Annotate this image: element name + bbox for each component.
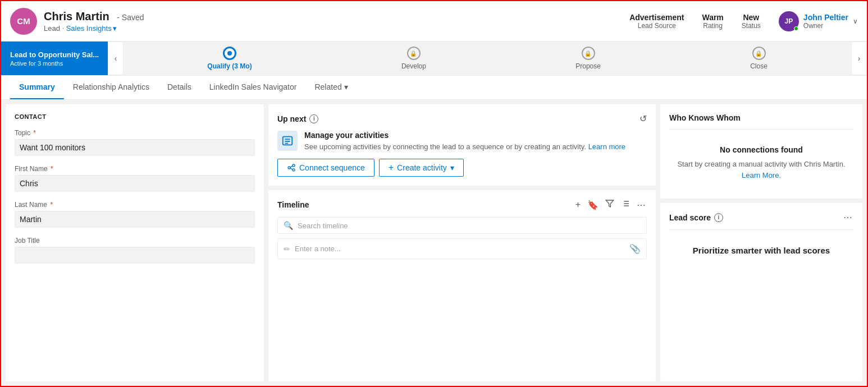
lead-score-header: Lead score i ⋯ [669, 212, 853, 230]
chevron-down-icon: ▾ [113, 24, 117, 33]
topic-label: Topic * [15, 129, 255, 137]
svg-marker-9 [606, 200, 613, 207]
tab-related-label: Related [314, 82, 341, 91]
field-job-title: Job Title [15, 237, 255, 264]
timeline-card: Timeline + 🔖 [268, 190, 656, 381]
right-panel: Who Knows Whom No connections found Star… [660, 104, 862, 381]
lead-source-value: Advertisement [629, 13, 684, 22]
meta-lead-source: Advertisement Lead Source [629, 13, 684, 30]
manage-text: Manage your activities See upcoming acti… [304, 131, 647, 152]
tab-linkedin[interactable]: LinkedIn Sales Navigator [200, 76, 306, 99]
main-content: CONTACT Topic * First Name * Last Name [1, 100, 867, 386]
field-last-name: Last Name * [15, 201, 255, 228]
left-panel: CONTACT Topic * First Name * Last Name [6, 104, 264, 381]
header-meta: Advertisement Lead Source Warm Rating Ne… [629, 13, 761, 30]
svg-point-4 [288, 167, 290, 169]
tab-relationship-analytics[interactable]: Relationship Analytics [64, 76, 158, 99]
owner-info: John Peltier Owner [803, 13, 848, 30]
lead-score-more-icon[interactable]: ⋯ [843, 212, 853, 223]
step-label-qualify: Qualify (3 Mo) [207, 62, 252, 70]
tab-linkedin-label: LinkedIn Sales Navigator [209, 82, 297, 91]
create-activity-label: Create activity [397, 163, 447, 172]
process-steps: Qualify (3 Mo) 🔒 Develop 🔒 Propose 🔒 Clo… [124, 42, 851, 75]
timeline-sort-icon[interactable] [621, 199, 630, 210]
process-step-develop[interactable]: 🔒 Develop [401, 47, 426, 70]
note-input[interactable] [295, 245, 625, 253]
tab-related[interactable]: Related ▾ [305, 76, 357, 99]
topic-input[interactable] [15, 139, 255, 156]
process-step-propose[interactable]: 🔒 Propose [575, 47, 601, 70]
owner-section[interactable]: JP John Peltier Owner ∨ [779, 11, 858, 31]
no-conn-desc: Start by creating a manual activity with… [674, 159, 849, 181]
field-topic: Topic * [15, 129, 255, 156]
lead-score-info-icon[interactable]: i [714, 213, 723, 222]
meta-rating: Warm Rating [702, 13, 723, 30]
lead-score-title: Lead score i [669, 213, 723, 222]
up-next-title: Up next i [277, 114, 318, 123]
process-step-qualify[interactable]: Qualify (3 Mo) [207, 47, 252, 70]
tabs-bar: Summary Relationship Analytics Details L… [1, 76, 867, 100]
last-name-label: Last Name * [15, 201, 255, 209]
timeline-actions: + 🔖 ⋯ [575, 199, 647, 210]
pencil-icon: ✏ [284, 245, 290, 254]
step-circle-qualify [223, 47, 236, 60]
up-next-info-icon[interactable]: i [309, 114, 318, 123]
timeline-search-input[interactable] [298, 222, 641, 230]
prioritize-text: Prioritize smarter with lead scores [674, 246, 849, 255]
chevron-right-icon: › [858, 54, 861, 63]
job-title-input[interactable] [15, 247, 255, 264]
tab-summary[interactable]: Summary [10, 76, 64, 99]
rating-value: Warm [702, 13, 723, 22]
connect-icon [287, 163, 296, 172]
manage-activities: Manage your activities See upcoming acti… [277, 131, 647, 152]
timeline-filter-icon[interactable] [605, 199, 614, 210]
lock-icon-propose: 🔒 [584, 50, 591, 57]
create-activity-button[interactable]: + Create activity ▾ [379, 159, 464, 177]
process-next-button[interactable]: › [851, 42, 867, 75]
info-icon-text: i [313, 116, 315, 122]
process-step-close[interactable]: 🔒 Close [750, 47, 768, 70]
lock-icon-close: 🔒 [755, 50, 762, 57]
step-circle-close: 🔒 [752, 47, 766, 60]
first-name-label-text: First Name [15, 165, 48, 173]
header-info: Chris Martin - Saved Lead · Sales Insigh… [44, 10, 623, 33]
svg-point-6 [293, 169, 295, 171]
manage-desc-text: See upcoming activities by connecting th… [304, 142, 586, 151]
contact-name: Chris Martin - Saved [44, 10, 623, 23]
learn-more-link[interactable]: Learn more [588, 142, 625, 151]
note-input-row: ✏ 📎 [277, 238, 647, 259]
first-name-label: First Name * [15, 165, 255, 173]
sales-insights-link[interactable]: Sales Insights ▾ [66, 24, 117, 33]
timeline-more-icon[interactable]: ⋯ [637, 200, 647, 210]
owner-avatar: JP [779, 11, 799, 31]
who-knows-learn-more-link[interactable]: Learn More. [742, 171, 781, 179]
timeline-header: Timeline + 🔖 [277, 199, 647, 210]
step-label-close: Close [750, 62, 768, 70]
tab-details[interactable]: Details [158, 76, 200, 99]
no-connections: No connections found Start by creating a… [669, 136, 853, 190]
meta-status: New Status [742, 13, 761, 30]
timeline-bookmark-icon[interactable]: 🔖 [587, 200, 599, 210]
lead-score-title-text: Lead score [669, 213, 711, 222]
refresh-icon[interactable]: ↺ [639, 113, 647, 124]
timeline-title: Timeline [277, 200, 309, 209]
status-label: Status [742, 22, 761, 30]
lead-score-content: Prioritize smarter with lead scores [669, 237, 853, 264]
lead-source-label: Lead Source [629, 22, 684, 30]
connect-sequence-button[interactable]: Connect sequence [277, 159, 374, 177]
paperclip-icon[interactable]: 📎 [629, 243, 641, 254]
owner-role: Owner [803, 22, 848, 30]
tab-relationship-label: Relationship Analytics [73, 82, 149, 91]
topic-label-text: Topic [15, 129, 30, 137]
tab-details-label: Details [167, 82, 191, 91]
search-icon: 🔍 [284, 221, 293, 230]
timeline-add-icon[interactable]: + [575, 200, 581, 210]
field-first-name: First Name * [15, 165, 255, 192]
process-prev-button[interactable]: ‹ [108, 42, 124, 75]
no-conn-title: No connections found [674, 145, 849, 154]
center-panel: Up next i ↺ [268, 104, 656, 381]
last-name-input[interactable] [15, 211, 255, 228]
header-subtitle: Lead · Sales Insights ▾ [44, 24, 623, 33]
first-name-input[interactable] [15, 175, 255, 192]
tab-summary-label: Summary [19, 82, 55, 91]
